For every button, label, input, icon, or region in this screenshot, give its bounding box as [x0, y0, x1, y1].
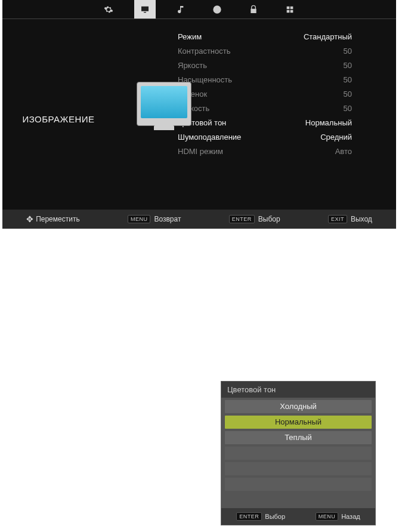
note-icon: [177, 5, 186, 14]
time-tab[interactable]: [206, 0, 228, 19]
setting-row: HDMI режимАвто: [175, 146, 354, 158]
setting-label: Яркость: [178, 60, 207, 72]
popup-hint-back-label: Назад: [341, 513, 360, 520]
tv-illustration: [137, 82, 191, 126]
popup-hint-select: ENTER Выбор: [236, 512, 285, 521]
setting-value: Средний: [320, 131, 352, 143]
enter-key: ENTER: [229, 215, 255, 223]
popup-footer: ENTER Выбор MENU Назад: [221, 508, 375, 525]
setting-row: Резкость50: [175, 103, 354, 115]
grid-icon: [285, 5, 295, 14]
setting-row: Контрастность50: [175, 45, 354, 57]
popup-option[interactable]: Теплый: [225, 431, 372, 444]
menu-key: MENU: [128, 215, 151, 223]
section-title: ИЗОБРАЖЕНИЕ: [22, 114, 94, 124]
picture-tab[interactable]: [134, 0, 156, 19]
lock-tab[interactable]: [243, 0, 264, 19]
setting-row: Оттенок50: [175, 88, 354, 100]
setting-row: Насыщенность50: [175, 74, 354, 86]
setting-value: 50: [344, 60, 352, 72]
setting-value: Авто: [335, 146, 352, 158]
color-tone-popup: Цветовой тон ХолодныйНормальныйТеплый EN…: [221, 381, 376, 525]
setting-label: HDMI режим: [178, 146, 223, 158]
popup-option[interactable]: Нормальный: [225, 416, 372, 429]
lock-icon: [249, 5, 258, 14]
popup-hint-select-label: Выбор: [265, 513, 285, 520]
exit-key: EXIT: [328, 215, 347, 223]
dpad-icon: ✥: [26, 214, 32, 224]
osd-footer: ✥ Переместить MENU Возврат ENTER Выбор E…: [2, 210, 396, 229]
setting-label: Шумоподавление: [178, 131, 241, 143]
enter-key: ENTER: [236, 512, 262, 521]
hint-move: ✥ Переместить: [26, 214, 80, 224]
popup-option-list: ХолодныйНормальныйТеплый: [221, 398, 375, 508]
popup-hint-back: MENU Назад: [316, 512, 360, 521]
gear-icon: [104, 5, 113, 14]
monitor-icon: [140, 5, 150, 14]
osd-right-pane: РежимСтандартныйКонтрастность50Яркость50…: [175, 19, 396, 209]
setting-value: 50: [344, 88, 352, 100]
setting-value: 50: [344, 103, 352, 115]
popup-empty-slot: [225, 447, 372, 460]
clock-icon: [212, 5, 222, 14]
setting-row[interactable]: ШумоподавлениеСредний: [175, 131, 354, 143]
hint-select: ENTER Выбор: [229, 215, 280, 223]
hint-return-label: Возврат: [154, 215, 181, 223]
apps-tab[interactable]: [279, 0, 301, 19]
settings-tab[interactable]: [98, 0, 119, 19]
setting-value: 50: [344, 74, 352, 86]
sound-tab[interactable]: [171, 0, 192, 19]
osd-left-pane: ИЗОБРАЖЕНИЕ: [2, 19, 175, 209]
hint-exit-label: Выход: [351, 215, 372, 223]
hint-move-label: Переместить: [36, 215, 80, 223]
picture-settings-osd: ИЗОБРАЖЕНИЕ РежимСтандартныйКонтрастност…: [2, 0, 396, 229]
setting-row: Яркость50: [175, 60, 354, 72]
popup-title: Цветовой тон: [221, 382, 375, 398]
setting-value: Стандартный: [304, 31, 352, 43]
top-tab-bar: [2, 0, 396, 19]
popup-empty-slot: [225, 478, 372, 491]
setting-value: 50: [344, 45, 352, 57]
setting-label: Режим: [178, 31, 202, 43]
setting-row[interactable]: РежимСтандартный: [175, 31, 354, 43]
setting-row[interactable]: Цветовой тонНормальный: [175, 117, 354, 129]
setting-label: Контрастность: [178, 45, 231, 57]
settings-list: РежимСтандартныйКонтрастность50Яркость50…: [175, 31, 354, 158]
menu-key: MENU: [316, 512, 339, 521]
popup-empty-slot: [225, 462, 372, 475]
setting-value: Нормальный: [305, 117, 352, 129]
popup-option[interactable]: Холодный: [225, 400, 372, 413]
osd-body: ИЗОБРАЖЕНИЕ РежимСтандартныйКонтрастност…: [2, 19, 396, 209]
hint-select-label: Выбор: [258, 215, 280, 223]
hint-exit: EXIT Выход: [328, 215, 372, 223]
hint-return: MENU Возврат: [128, 215, 181, 223]
